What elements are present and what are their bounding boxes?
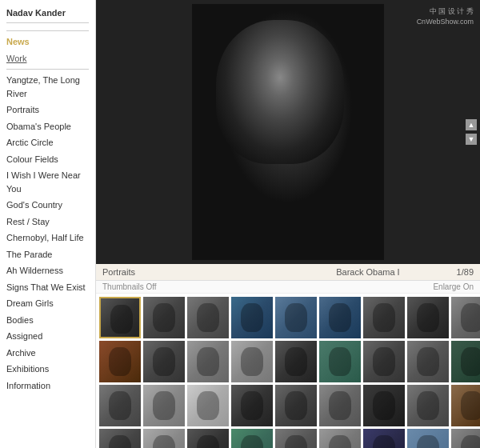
thumbnails-grid (96, 294, 480, 448)
svg-point-12 (296, 48, 336, 144)
sidebar-divider (6, 30, 89, 31)
thumbnail-36[interactable] (451, 429, 480, 448)
thumbnail-10[interactable] (99, 341, 141, 382)
svg-point-3 (246, 46, 318, 138)
thumbnail-24[interactable] (319, 385, 361, 426)
info-title: Barack Obama I (279, 267, 456, 277)
info-count: 1/89 (457, 267, 474, 277)
info-section-label: Portraits (102, 267, 279, 277)
svg-point-8 (270, 107, 293, 117)
arrow-up[interactable]: ▲ (466, 119, 477, 130)
thumbnail-2[interactable] (143, 297, 185, 338)
enlarge-toggle[interactable]: Enlarge On (433, 282, 474, 291)
sidebar-item-the-parade[interactable]: The Parade (6, 246, 89, 263)
thumbnail-15[interactable] (319, 341, 361, 382)
watermark-line2: CnWebShow.com (417, 17, 474, 27)
thumbnail-18[interactable] (451, 341, 480, 382)
sidebar-item-obamas-people[interactable]: Obama's People (6, 118, 89, 135)
sidebar-item-gods-country[interactable]: God's Country (6, 197, 89, 214)
thumbnail-1[interactable] (99, 297, 141, 338)
thumbnail-3[interactable] (187, 297, 229, 338)
thumbnail-12[interactable] (187, 341, 229, 382)
arrow-down[interactable]: ▼ (466, 134, 477, 145)
svg-point-5 (261, 79, 280, 89)
thumbnail-30[interactable] (187, 429, 229, 448)
thumbnail-5[interactable] (275, 297, 317, 338)
portrait-svg (192, 4, 384, 260)
sidebar-item-news[interactable]: News (6, 34, 89, 50)
thumbnail-29[interactable] (143, 429, 185, 448)
sidebar-item-archive[interactable]: Archive (6, 345, 89, 362)
thumbnail-7[interactable] (363, 297, 405, 338)
sidebar-item-information[interactable]: Information (6, 378, 89, 394)
thumbnail-13[interactable] (231, 341, 273, 382)
sidebar-item-rest-stay[interactable]: Rest / Stay (6, 214, 89, 230)
thumbnail-8[interactable] (407, 297, 449, 338)
sidebar-item-dream-girls[interactable]: Dream Girls (6, 295, 89, 312)
svg-point-11 (242, 20, 330, 84)
sidebar-item-ah-wilderness[interactable]: Ah Wilderness (6, 262, 89, 279)
photographer-name: Nadav Kander (6, 8, 89, 23)
thumbnail-32[interactable] (275, 429, 317, 448)
main-portrait[interactable] (192, 4, 384, 260)
thumbnail-34[interactable] (363, 429, 405, 448)
sidebar-divider-2 (6, 69, 89, 70)
main-content: 中 国 设 计 秀 CnWebShow.com ▲ ▼ Portraits Ba… (96, 0, 480, 448)
sidebar-item-signs-exist[interactable]: Signs That We Exist (6, 279, 89, 296)
thumbnails-toggle[interactable]: Thumbnails Off (102, 282, 157, 291)
thumbnail-11[interactable] (143, 341, 185, 382)
thumbnail-25[interactable] (363, 385, 405, 426)
svg-rect-13 (192, 212, 384, 260)
thumbnail-33[interactable] (319, 429, 361, 448)
watermark-line1: 中 国 设 计 秀 (417, 6, 474, 17)
sidebar: Nadav Kander News Work Yangtze, The Long… (0, 0, 96, 448)
info-bar: Portraits Barack Obama I 1/89 (96, 264, 480, 281)
nav-arrows: ▲ ▼ (466, 119, 477, 145)
thumbnail-4[interactable] (231, 297, 273, 338)
sidebar-item-work[interactable]: Work (6, 50, 89, 67)
sidebar-item-near-you[interactable]: I Wish I Were Near You (6, 167, 89, 197)
thumb-row-3 (99, 385, 477, 426)
thumbnail-35[interactable] (407, 429, 449, 448)
controls-bar: Thumbnails Off Enlarge On (96, 281, 480, 294)
thumbnail-31[interactable] (231, 429, 273, 448)
sidebar-item-portraits[interactable]: Portraits (6, 102, 89, 118)
thumbnail-6[interactable] (319, 297, 361, 338)
sidebar-item-bodies[interactable]: Bodies (6, 312, 89, 329)
thumbnail-22[interactable] (231, 385, 273, 426)
sidebar-item-exhibitions[interactable]: Exhibitions (6, 361, 89, 378)
thumbnail-9[interactable] (451, 297, 480, 338)
sidebar-item-chernobyl[interactable]: Chernobyl, Half Life (6, 230, 89, 246)
sidebar-item-assigned[interactable]: Assigned (6, 328, 89, 345)
thumbnail-23[interactable] (275, 385, 317, 426)
svg-point-1 (216, 20, 360, 196)
thumbnail-14[interactable] (275, 341, 317, 382)
thumb-row-2 (99, 341, 477, 382)
thumbnail-16[interactable] (363, 341, 405, 382)
thumbnail-26[interactable] (407, 385, 449, 426)
sidebar-item-yangtze[interactable]: Yangtze, The Long River (6, 72, 89, 102)
svg-point-10 (232, 156, 344, 220)
thumbnail-19[interactable] (99, 385, 141, 426)
sidebar-item-arctic-circle[interactable]: Arctic Circle (6, 134, 89, 151)
thumbnail-27[interactable] (451, 385, 480, 426)
watermark: 中 国 设 计 秀 CnWebShow.com (417, 6, 474, 26)
thumbnail-20[interactable] (143, 385, 185, 426)
svg-point-2 (237, 36, 336, 156)
thumbnail-28[interactable] (99, 429, 141, 448)
svg-point-4 (254, 56, 302, 120)
svg-point-7 (276, 89, 289, 108)
thumb-row-4 (99, 429, 477, 448)
thumbnail-21[interactable] (187, 385, 229, 426)
svg-rect-0 (192, 4, 384, 260)
hero-area: 中 国 设 计 秀 CnWebShow.com ▲ ▼ (96, 0, 480, 264)
thumb-row-1 (99, 297, 477, 338)
svg-point-6 (285, 78, 304, 87)
thumbnail-17[interactable] (407, 341, 449, 382)
sidebar-item-colour-fields[interactable]: Colour Fields (6, 151, 89, 168)
svg-rect-9 (272, 144, 296, 176)
